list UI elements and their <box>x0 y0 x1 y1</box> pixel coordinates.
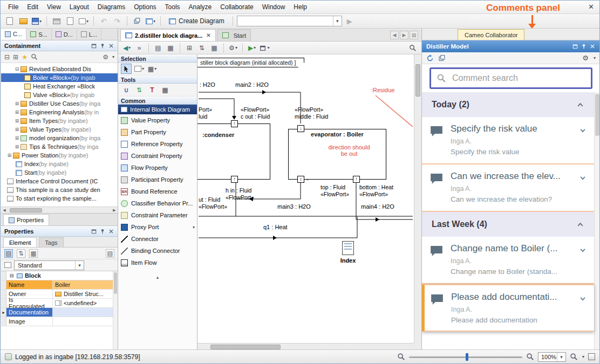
port-condenser-top[interactable]: ↑ <box>231 120 238 127</box>
refresh-icon[interactable] <box>426 54 434 62</box>
canvas-vertical-scrollbar[interactable] <box>414 54 421 343</box>
comment-item[interactable]: Can we increase the elev... Inga A. Can … <box>422 164 594 212</box>
palette-item-classifier-behavior[interactable]: Classifier Behavior Pr... <box>118 197 197 209</box>
collapse-toggle-icon[interactable]: ⊟ <box>9 273 15 278</box>
collapse-group-icon[interactable] <box>576 101 584 109</box>
palette-item-item-flow[interactable]: Item Flow <box>118 257 197 269</box>
magnet-tool[interactable]: ∪ <box>121 85 132 95</box>
open-project-button[interactable] <box>17 15 29 27</box>
scrollbar-thumb[interactable] <box>10 208 42 212</box>
pointer-tool[interactable] <box>121 64 132 74</box>
palette-item-bound-reference[interactable]: BRBound Reference <box>118 186 197 197</box>
tab-lock-view[interactable]: L... <box>77 29 101 40</box>
port-evaporator-top[interactable]: ↓ <box>297 125 304 132</box>
quick-search-combo[interactable]: ▾ <box>237 16 342 26</box>
menu-diagrams[interactable]: Diagrams <box>93 2 129 12</box>
layout-button[interactable]: ⇅ <box>196 43 207 53</box>
expand-toggle-icon[interactable]: ⊞ <box>14 127 20 132</box>
search-icon[interactable] <box>31 53 38 60</box>
zoom-in-icon[interactable] <box>526 353 534 361</box>
back-button[interactable]: ◀▾ <box>121 43 132 53</box>
port-evaporator-bottom-right[interactable]: ↑ <box>353 176 360 183</box>
menu-collaborate[interactable]: Collaborate <box>216 2 257 12</box>
palette-item-flow-property[interactable]: Flow Property <box>118 162 197 174</box>
property-value[interactable]: Distiller Struc... <box>53 290 118 298</box>
table-tool[interactable]: ▦ <box>160 85 171 95</box>
index-diagram-icon[interactable] <box>342 241 354 255</box>
connector-label-main2[interactable]: main2 : H2O <box>235 81 269 88</box>
comment-item-highlighted[interactable]: Please add documentati... Inga A. Please… <box>422 284 594 332</box>
zoom-tool[interactable]: ▦▾ <box>147 64 158 74</box>
expert-mode-icon[interactable]: ▦ <box>29 249 38 258</box>
tab-diagrams[interactable]: D... <box>52 29 77 40</box>
menu-edit[interactable]: Edit <box>23 2 43 12</box>
forward-button[interactable]: ▶ <box>344 15 356 27</box>
diagram-frame-label[interactable]: stiller block diagram (initial allocated… <box>197 58 304 67</box>
property-group-row[interactable]: ⊟Block <box>1 271 118 280</box>
tree-item[interactable]: Index (by ingabe) <box>1 160 118 168</box>
palette-collapse-icon[interactable]: ▴ <box>118 273 197 281</box>
float-panel-icon[interactable] <box>91 228 97 235</box>
collapse-toggle-icon[interactable]: ⊟ <box>14 66 20 72</box>
diagram-canvas[interactable]: stiller block diagram (initial allocated… <box>197 54 414 343</box>
part-label-residue[interactable]: :Residue <box>371 87 394 93</box>
comments-scrollbar[interactable] <box>594 92 600 351</box>
properties-mode-icon[interactable] <box>4 262 11 268</box>
proxy-port-caret-icon[interactable]: ▾ <box>193 225 195 230</box>
dependencies-button[interactable]: ⊞ <box>184 43 195 53</box>
validation-button[interactable]: ▦ <box>165 43 176 53</box>
zoom-menu-icon[interactable] <box>570 353 578 361</box>
tree-item[interactable]: This sample is a case study den <box>1 186 118 194</box>
close-panel-icon[interactable] <box>108 43 114 49</box>
customize-icon[interactable]: ▤ <box>106 249 114 258</box>
collaborator-settings-icon[interactable]: ⚙ <box>582 54 589 62</box>
model-transform-button[interactable]: ▾ <box>145 15 156 27</box>
palette-section-common[interactable]: Common <box>118 97 197 105</box>
connector-label-main3[interactable]: main3 : H2O <box>277 203 311 210</box>
scrollbar-thumb[interactable] <box>595 94 599 136</box>
scroll-right-icon[interactable]: ▶ <box>111 208 118 212</box>
tree-item[interactable]: Heat Exchanger «Block <box>1 82 118 91</box>
index-label[interactable]: Index <box>339 257 357 264</box>
zoom-out-icon[interactable] <box>397 353 405 361</box>
scrollbar-thumb[interactable] <box>114 272 117 294</box>
forward-button[interactable]: » <box>134 43 145 53</box>
port-evaporator-bottom-left[interactable]: ↕ <box>297 176 304 183</box>
print-button[interactable] <box>51 15 63 27</box>
menu-window[interactable]: Window <box>258 2 290 12</box>
menu-options[interactable]: Options <box>129 2 160 12</box>
menu-tools[interactable]: Tools <box>161 2 185 12</box>
palette-item-binding-connector[interactable]: Binding Connector <box>118 245 197 257</box>
expand-all-icon[interactable]: ⊞ <box>13 53 18 61</box>
print-preview-button[interactable] <box>64 15 76 27</box>
palette-item-part-property[interactable]: Part Property <box>118 126 197 138</box>
tree-item[interactable]: ⊞Distiller Use Cases (by inga <box>1 99 118 108</box>
property-value[interactable]: Boiler <box>53 280 118 289</box>
collapse-group-icon[interactable] <box>576 221 584 229</box>
pin-panel-icon[interactable] <box>99 228 106 235</box>
menu-file[interactable]: File <box>4 2 23 12</box>
text-tool[interactable]: T <box>147 85 158 95</box>
palette-item-proxy-port[interactable]: Proxy Port▾ <box>118 221 197 233</box>
combo-dropdown-icon[interactable]: ▾ <box>333 16 342 26</box>
favorites-icon[interactable]: ★ <box>22 53 28 61</box>
port-label-out-cut[interactable]: ut : Fluid <box>199 196 220 203</box>
tree-item[interactable]: ⊞model organization (by inga <box>1 134 118 142</box>
expand-comment-icon[interactable] <box>579 295 587 303</box>
close-panel-icon[interactable] <box>589 43 596 50</box>
connector-label-main1[interactable]: : H2O <box>200 81 215 88</box>
pin-panel-icon[interactable] <box>581 43 587 50</box>
scrollbar-thumb[interactable] <box>415 64 420 97</box>
undo-button[interactable]: ↶ <box>98 15 110 27</box>
tab-structure[interactable]: S... <box>26 29 52 40</box>
settings-gear-icon[interactable]: ⚙ <box>103 53 108 61</box>
property-row-encapsulated[interactable]: Is Encapsulated <undefined> <box>1 299 118 308</box>
menu-layout[interactable]: Layout <box>65 2 93 12</box>
grid-button[interactable]: ▦ <box>209 43 220 53</box>
palette-item-connector[interactable]: Connector <box>118 233 197 245</box>
property-value[interactable]: <undefined> <box>53 299 118 307</box>
comment-search-input[interactable] <box>451 73 585 84</box>
scroll-left-icon[interactable]: ◀ <box>1 208 8 212</box>
window-close-icon[interactable]: ✕ <box>588 3 594 11</box>
collapse-all-icon[interactable]: ⊟ <box>4 53 10 61</box>
